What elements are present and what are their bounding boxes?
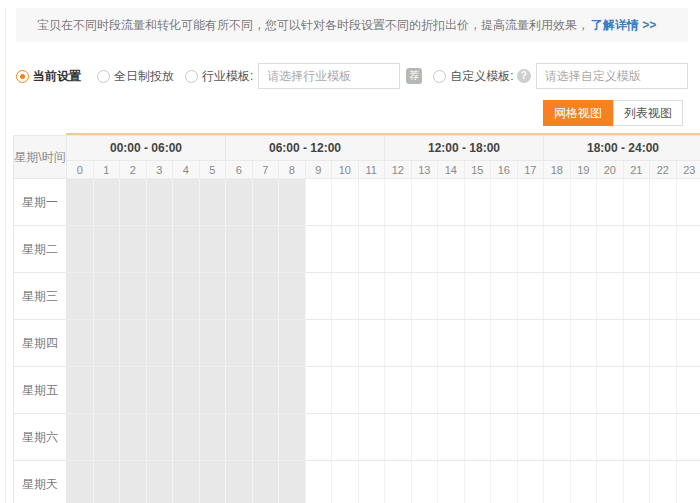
schedule-cell[interactable]	[411, 367, 438, 414]
schedule-cell[interactable]	[279, 320, 306, 367]
schedule-cell[interactable]	[597, 273, 624, 320]
schedule-cell[interactable]	[226, 179, 253, 226]
schedule-cell[interactable]	[67, 461, 94, 503]
schedule-cell[interactable]	[173, 320, 200, 367]
schedule-cell[interactable]	[676, 367, 700, 414]
schedule-cell[interactable]	[623, 367, 650, 414]
schedule-cell[interactable]	[385, 320, 412, 367]
schedule-cell[interactable]	[411, 179, 438, 226]
schedule-cell[interactable]	[650, 320, 677, 367]
schedule-cell[interactable]	[438, 226, 465, 273]
radio-unchecked-icon[interactable]	[97, 70, 110, 83]
schedule-cell[interactable]	[544, 179, 571, 226]
schedule-cell[interactable]	[93, 461, 120, 503]
schedule-cell[interactable]	[597, 414, 624, 461]
schedule-cell[interactable]	[517, 461, 544, 503]
schedule-cell[interactable]	[623, 414, 650, 461]
schedule-cell[interactable]	[173, 367, 200, 414]
schedule-cell[interactable]	[332, 226, 359, 273]
help-icon[interactable]: ?	[517, 69, 531, 83]
radio-all-day[interactable]: 全日制投放	[97, 68, 174, 85]
schedule-cell[interactable]	[120, 179, 147, 226]
schedule-cell[interactable]	[120, 461, 147, 503]
schedule-cell[interactable]	[252, 414, 279, 461]
schedule-cell[interactable]	[173, 273, 200, 320]
schedule-cell[interactable]	[570, 367, 597, 414]
schedule-cell[interactable]	[305, 179, 332, 226]
schedule-cell[interactable]	[650, 273, 677, 320]
schedule-cell[interactable]	[358, 320, 385, 367]
schedule-cell[interactable]	[385, 414, 412, 461]
schedule-cell[interactable]	[570, 414, 597, 461]
schedule-cell[interactable]	[279, 179, 306, 226]
schedule-cell[interactable]	[146, 367, 173, 414]
schedule-cell[interactable]	[199, 179, 226, 226]
schedule-cell[interactable]	[517, 226, 544, 273]
schedule-cell[interactable]	[199, 461, 226, 503]
schedule-cell[interactable]	[544, 320, 571, 367]
schedule-cell[interactable]	[332, 320, 359, 367]
schedule-cell[interactable]	[93, 367, 120, 414]
schedule-cell[interactable]	[146, 179, 173, 226]
schedule-cell[interactable]	[464, 320, 491, 367]
schedule-cell[interactable]	[93, 273, 120, 320]
schedule-cell[interactable]	[438, 367, 465, 414]
schedule-cell[interactable]	[120, 414, 147, 461]
schedule-cell[interactable]	[252, 461, 279, 503]
schedule-cell[interactable]	[67, 320, 94, 367]
schedule-cell[interactable]	[650, 179, 677, 226]
schedule-cell[interactable]	[305, 273, 332, 320]
schedule-cell[interactable]	[252, 320, 279, 367]
schedule-cell[interactable]	[491, 414, 518, 461]
schedule-cell[interactable]	[93, 179, 120, 226]
schedule-cell[interactable]	[597, 226, 624, 273]
schedule-cell[interactable]	[570, 179, 597, 226]
schedule-cell[interactable]	[332, 414, 359, 461]
schedule-cell[interactable]	[491, 320, 518, 367]
schedule-cell[interactable]	[411, 414, 438, 461]
schedule-cell[interactable]	[146, 273, 173, 320]
schedule-cell[interactable]	[411, 320, 438, 367]
schedule-cell[interactable]	[93, 320, 120, 367]
schedule-cell[interactable]	[226, 273, 253, 320]
schedule-cell[interactable]	[650, 367, 677, 414]
schedule-cell[interactable]	[623, 179, 650, 226]
schedule-cell[interactable]	[279, 273, 306, 320]
radio-unchecked-icon[interactable]	[185, 70, 198, 83]
list-view-button[interactable]: 列表视图	[613, 100, 683, 126]
schedule-cell[interactable]	[676, 320, 700, 367]
schedule-cell[interactable]	[517, 320, 544, 367]
schedule-cell[interactable]	[252, 367, 279, 414]
schedule-cell[interactable]	[358, 414, 385, 461]
schedule-cell[interactable]	[305, 367, 332, 414]
schedule-cell[interactable]	[544, 273, 571, 320]
schedule-cell[interactable]	[676, 226, 700, 273]
schedule-cell[interactable]	[464, 226, 491, 273]
schedule-cell[interactable]	[358, 226, 385, 273]
schedule-cell[interactable]	[173, 461, 200, 503]
schedule-cell[interactable]	[226, 461, 253, 503]
schedule-cell[interactable]	[146, 226, 173, 273]
schedule-cell[interactable]	[464, 414, 491, 461]
schedule-cell[interactable]	[173, 226, 200, 273]
schedule-cell[interactable]	[146, 320, 173, 367]
schedule-cell[interactable]	[491, 179, 518, 226]
schedule-cell[interactable]	[252, 273, 279, 320]
schedule-cell[interactable]	[199, 367, 226, 414]
schedule-cell[interactable]	[332, 179, 359, 226]
schedule-cell[interactable]	[464, 367, 491, 414]
schedule-cell[interactable]	[332, 273, 359, 320]
grid-view-button[interactable]: 网格视图	[543, 100, 613, 126]
schedule-cell[interactable]	[252, 179, 279, 226]
learn-more-link[interactable]: 了解详情 >>	[591, 18, 656, 32]
schedule-cell[interactable]	[650, 461, 677, 503]
schedule-cell[interactable]	[491, 367, 518, 414]
schedule-cell[interactable]	[279, 226, 306, 273]
schedule-cell[interactable]	[650, 226, 677, 273]
schedule-cell[interactable]	[570, 320, 597, 367]
schedule-cell[interactable]	[120, 273, 147, 320]
schedule-cell[interactable]	[279, 414, 306, 461]
schedule-cell[interactable]	[385, 226, 412, 273]
schedule-cell[interactable]	[650, 414, 677, 461]
schedule-cell[interactable]	[597, 320, 624, 367]
